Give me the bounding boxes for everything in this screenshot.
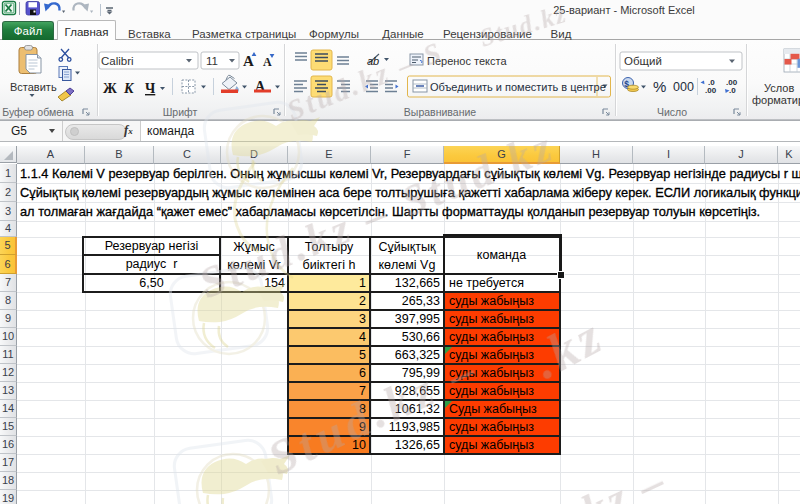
svg-text:000: 000 [673,80,694,94]
svg-text:Ч: Ч [145,81,156,96]
svg-text:A: A [263,55,272,69]
svg-text:ab: ab [367,55,379,67]
svg-text:%: % [653,78,666,95]
svg-text:Ж: Ж [103,81,117,96]
svg-text:.00: .00 [705,86,717,95]
svg-text:.0: .0 [729,86,736,95]
svg-text:К: К [123,81,135,96]
